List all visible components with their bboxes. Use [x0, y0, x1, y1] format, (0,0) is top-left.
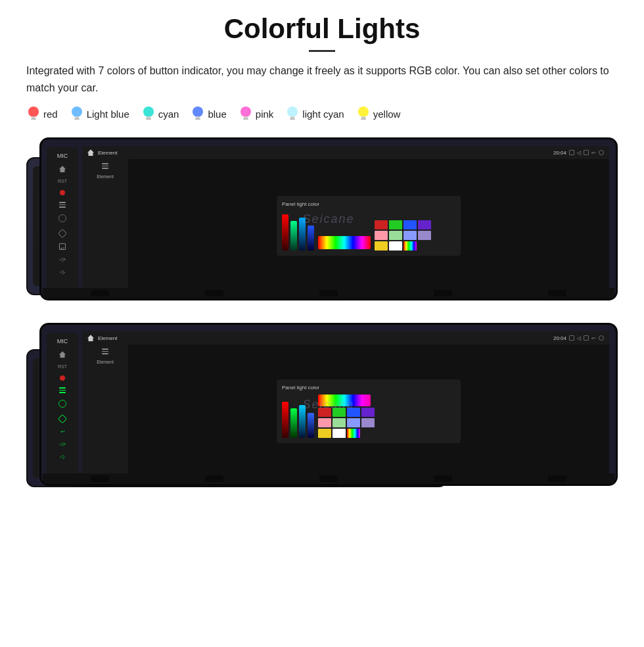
- swatch-white-b[interactable]: [333, 429, 346, 438]
- circle-btn: [599, 150, 604, 155]
- rainbow-swatch: [318, 236, 371, 249]
- swatch-purple-b[interactable]: [361, 408, 375, 417]
- svg-rect-6: [74, 118, 80, 120]
- android-ui-top: Element 20:04 ◁ ⤺: [82, 146, 609, 292]
- bar-green-b[interactable]: [290, 408, 297, 438]
- nav-icon-b: [58, 414, 67, 423]
- swatch-lpurple[interactable]: [418, 231, 431, 240]
- bulb-cyan: [141, 105, 156, 122]
- swatch-row3: [375, 241, 431, 251]
- units-section: MIC RST ↩ ◁+: [26, 134, 618, 507]
- car-unit-main-top: MIC RST ↩ ◁+: [39, 137, 618, 300]
- mount-tab1: [91, 290, 109, 297]
- unit-row-bottom: MIC MIC MIC: [26, 320, 618, 507]
- bar-blue2[interactable]: [308, 226, 314, 251]
- mount-tab5: [548, 290, 566, 297]
- mount-tab-b1: [91, 475, 109, 482]
- mic-label: MIC: [57, 153, 68, 159]
- menu-icon-b[interactable]: [59, 387, 66, 393]
- power-icon-b[interactable]: [60, 375, 65, 381]
- swatch-lgreen[interactable]: [389, 231, 402, 240]
- home-icon[interactable]: [59, 166, 66, 172]
- svg-rect-2: [31, 118, 36, 120]
- swatch-row1-b: [318, 408, 375, 417]
- swatch-lgreen-b[interactable]: [333, 418, 346, 427]
- swatch-rainbow-b[interactable]: [347, 429, 360, 438]
- bar-red-b[interactable]: [282, 402, 288, 438]
- bar-blue1[interactable]: [299, 218, 306, 251]
- swatch-yellow-b[interactable]: [318, 429, 331, 438]
- swatch-blue[interactable]: [403, 220, 417, 229]
- swatch-rainbow[interactable]: [403, 241, 417, 251]
- swatch-yellow[interactable]: [375, 241, 388, 251]
- svg-rect-26: [361, 118, 366, 120]
- color-item-blue: blue: [191, 105, 226, 122]
- nav-area-b: Element: [87, 335, 117, 341]
- swatch-white[interactable]: [389, 241, 402, 251]
- circle-btn-b: [599, 335, 604, 341]
- sidebar-label: Element: [97, 174, 114, 179]
- panel-title-top: Panel light color: [282, 201, 455, 207]
- swatch-red-b[interactable]: [318, 408, 331, 417]
- color-panel-top: Panel light color: [277, 196, 461, 256]
- android-main-top: Element Panel light color: [82, 159, 609, 292]
- swatch-grid-b: [318, 408, 375, 438]
- unit-row-top: MIC RST ↩ ◁+: [26, 134, 618, 312]
- swatch-green[interactable]: [389, 220, 402, 229]
- swatch-lblue-b[interactable]: [347, 418, 360, 427]
- vol-up[interactable]: ◁-: [60, 269, 66, 275]
- sidebar-menu-b[interactable]: [102, 348, 108, 354]
- color-label-pink: pink: [256, 108, 274, 120]
- home-icon-b[interactable]: [59, 351, 66, 358]
- mount-tab4: [434, 290, 452, 297]
- home-btn-b[interactable]: [87, 335, 94, 341]
- vol-down[interactable]: ◁+: [59, 256, 66, 262]
- bulb-lightcyan: [285, 105, 300, 122]
- swatch-blue-b[interactable]: [347, 408, 360, 417]
- right-panel-b: [318, 395, 375, 438]
- status-bar-bottom: Element 20:04 ◁ ⤺: [82, 331, 609, 345]
- swatch-pink-b[interactable]: [318, 418, 331, 427]
- bulb-lightblue: [70, 105, 84, 122]
- bulb-yellow: [356, 105, 371, 122]
- screen-icon1-b: [569, 335, 574, 341]
- color-item-pink: pink: [239, 105, 274, 122]
- mount-tab-b2: [205, 475, 223, 482]
- swatch-green-b[interactable]: [333, 408, 346, 417]
- color-label-yellow: yellow: [373, 108, 401, 120]
- svg-rect-18: [243, 118, 248, 120]
- mount-tab-b4: [434, 475, 452, 482]
- vol-up-b[interactable]: ◁-: [60, 454, 66, 460]
- swatch-lpurple-b[interactable]: [361, 418, 375, 427]
- svg-point-15: [193, 107, 203, 117]
- sidebar-menu[interactable]: [102, 163, 108, 169]
- swatch-row2: [375, 231, 431, 240]
- swatch-row2-b: [318, 418, 375, 427]
- home-btn[interactable]: [87, 149, 94, 156]
- car-unit-main-bottom: MIC RST ↩ ◁+ ◁-: [39, 323, 618, 486]
- sidebar-label-b: Element: [97, 360, 114, 364]
- bar-red[interactable]: [282, 214, 288, 251]
- color-list: red Light blue cyan blue pink light cyan…: [26, 105, 618, 122]
- svg-point-3: [28, 107, 39, 117]
- svg-rect-22: [290, 118, 295, 120]
- vol-down-b[interactable]: ◁+: [59, 441, 66, 447]
- swatch-purple[interactable]: [418, 220, 431, 229]
- main-screen-top: Element 20:04 ◁ ⤺: [82, 146, 609, 292]
- nav-area: Element: [87, 149, 117, 156]
- status-icons-b: 20:04 ◁ ⤺: [553, 335, 604, 341]
- color-bars-bottom: [282, 398, 314, 438]
- android-sidebar-bottom: Element: [82, 345, 128, 477]
- mount-tabs-bottom: [43, 473, 614, 484]
- swatch-red[interactable]: [375, 220, 388, 229]
- bar-blue1-b[interactable]: [299, 405, 306, 438]
- menu-icon[interactable]: [59, 202, 66, 208]
- color-label-red: red: [43, 108, 58, 120]
- back-icon: ↩: [59, 243, 66, 250]
- swatch-lblue[interactable]: [403, 231, 417, 240]
- power-icon[interactable]: [60, 190, 65, 195]
- bar-green[interactable]: [290, 221, 297, 251]
- status-bar-top: Element 20:04 ◁ ⤺: [82, 146, 609, 159]
- bar-blue2-b[interactable]: [308, 413, 314, 438]
- swatch-pink[interactable]: [375, 231, 388, 240]
